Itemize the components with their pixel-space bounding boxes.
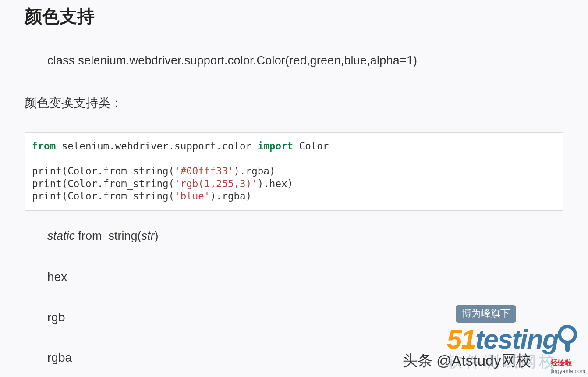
method-name: from_string( [75,229,142,242]
method-signature: static from_string(str) [25,229,563,243]
class-signature: class selenium.webdriver.support.color.C… [25,54,563,68]
watermark-tag: 博为峰旗下 [456,305,516,323]
code-text: print(Color.from_string( [32,165,174,177]
code-text: print(Color.from_string( [32,178,174,189]
corner-watermark: 经验啦 jingyanla.com [551,359,586,374]
magnifier-icon [556,324,579,354]
method-param: str [142,229,155,242]
code-text: selenium.webdriver.support.color [56,140,258,152]
code-text: ).rgba) [234,165,276,177]
code-text: print(Color.from_string( [32,190,174,202]
code-text: ).hex) [258,178,293,189]
static-keyword: static [47,229,75,242]
string-literal: 'blue' [174,190,210,202]
logo-51-text: 51 [447,324,475,355]
corner-watermark-brand: 经验啦 [551,359,572,366]
method-close: ) [155,229,159,242]
section-heading: 颜色支持 [25,4,563,28]
attribution-text: 头条 @Atstudy网校 [403,351,531,371]
logo-testing-text: testing [475,324,558,355]
svg-rect-1 [565,341,570,352]
subsection-label: 颜色变换支持类： [25,95,563,111]
keyword-from: from [32,140,56,152]
code-text: Color [293,140,329,152]
string-literal: '#00fff33' [174,165,234,177]
property-hex: hex [25,270,563,284]
corner-watermark-domain: jingyanla.com [551,368,586,374]
keyword-import: import [258,140,293,152]
string-literal: 'rgb(1,255,3)' [174,178,258,189]
svg-point-0 [560,327,575,342]
code-text: ).rgba) [210,190,251,202]
code-block: from selenium.webdriver.support.color im… [25,132,563,211]
